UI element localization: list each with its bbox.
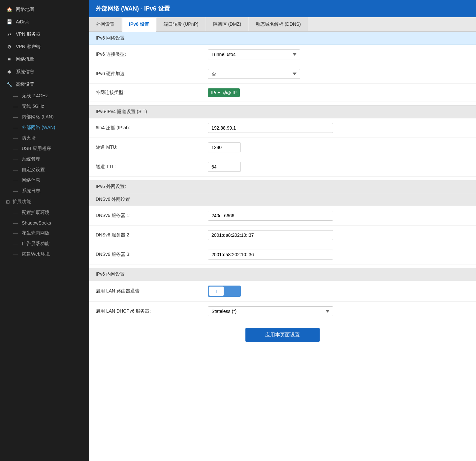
content-area: IPv6 网络设置 IPv6 连接类型: Tunnel 6to4 Native … [89,32,476,461]
ttl-label: 隧道 TTL: [96,164,208,170]
sidebar-sub-net-info[interactable]: — 网络信息 [0,175,89,186]
sidebar-sub-sys-log[interactable]: — 系统日志 [0,186,89,196]
sidebar-sub-ad-block[interactable]: — 广告屏蔽功能 [0,238,89,249]
sidebar-sub-sys-manage[interactable]: — 系统管理 [0,154,89,165]
sidebar-item-network-map[interactable]: 🏠 网络地图 [0,3,89,16]
page-title: 外部网络 (WAN) - IPv6 设置 [96,5,170,12]
traffic-icon: ≡ [6,57,13,62]
form-row-hw-accel: IPv6 硬件加速 否 是 [89,64,476,84]
dhcpv6-label: 启用 LAN DHCPv6 服务器: [96,308,208,314]
connection-type-select[interactable]: Tunnel 6to4 Native PPPoE 6in4 [208,49,300,59]
wan-type-label: 外网连接类型: [96,90,208,96]
mtu-input[interactable] [208,142,241,152]
dns2-control [208,230,469,240]
tab-ddns[interactable]: 动态域名解析 (DDNS) [249,17,308,31]
tab-port-forward[interactable]: 端口转发 (UPnP) [157,17,206,31]
section-tunnel-header: IPv6-IPv4 隧道设置 (SIT) [89,105,476,118]
toggle-thumb: | [209,287,224,296]
sidebar: 🏠 网络地图 💾 AiDisk ⇄ VPN 服务器 ⚙ VPN 客户端 ≡ 网络… [0,0,89,461]
router-ad-control: | [208,286,469,297]
sidebar-sub-flower-shell[interactable]: — 花生壳内网版 [0,228,89,238]
form-row-dns2: DNSv6 服务器 2: [89,226,476,245]
section-dns-header: DNSv6 外网设置 [89,193,476,206]
home-icon: 🏠 [6,7,13,12]
section-wan-ipv6-header: IPv6 外网设置: [89,180,476,193]
connection-type-label: IPv6 连接类型: [96,51,208,57]
grid-icon: ⊞ [6,199,10,204]
sidebar-item-network-traffic[interactable]: ≡ 网络流量 [0,53,89,66]
sidebar-sub-wan[interactable]: — 外部网络 (WAN) [0,122,89,133]
tab-wan-settings[interactable]: 外网设置 [89,17,121,31]
dhcpv6-select[interactable]: Stateless (*) Stateful Disable [208,306,333,316]
expand-section-label: ⊞ 扩展功能 [0,196,89,207]
sidebar-sub-lan[interactable]: — 内部网络 (LAN) [0,112,89,122]
ttl-input[interactable] [208,162,241,172]
sidebar-sub-usb-app[interactable]: — USB 应用程序 [0,143,89,154]
sidebar-item-vpn-client[interactable]: ⚙ VPN 客户端 [0,41,89,53]
dns3-label: DNSv6 服务器 3: [96,252,208,258]
main-content: 外部网络 (WAN) - IPv6 设置 外网设置 IPv6 设置 端口转发 (… [89,0,476,461]
wrench-icon: 🔧 [6,82,13,87]
router-ad-toggle[interactable]: | [208,286,241,297]
system-info-icon: ✱ [6,69,13,75]
broadcast-input[interactable] [208,123,333,133]
form-row-broadcast: 6to4 泛播 (IPv4): [89,118,476,138]
broadcast-label: 6to4 泛播 (IPv4): [96,125,208,131]
form-row-mtu: 隧道 MTU: [89,138,476,157]
dhcpv6-control: Stateless (*) Stateful Disable [208,306,469,316]
tab-bar: 外网设置 IPv6 设置 端口转发 (UPnP) 隔离区 (DMZ) 动态域名解… [89,17,476,32]
sidebar-item-aidisk[interactable]: 💾 AiDisk [0,16,89,28]
section-lan-ipv6-header: IPv6 内网设置 [89,268,476,281]
broadcast-control [208,123,469,133]
vpn-client-icon: ⚙ [6,44,13,49]
hw-accel-control: 否 是 [208,69,469,79]
dns1-label: DNSv6 服务器 1: [96,213,208,219]
form-row-ttl: 隧道 TTL: [89,157,476,177]
sidebar-sub-firewall[interactable]: — 防火墙 [0,133,89,143]
dns1-input[interactable] [208,211,333,221]
tab-ipv6-settings[interactable]: IPv6 设置 [122,17,156,32]
sidebar-sub-wireless5[interactable]: — 无线 5GHz [0,101,89,112]
sidebar-item-system-info[interactable]: ✱ 系统信息 [0,66,89,78]
watermark: 知乎 @babydragon [433,448,469,454]
dns2-label: DNSv6 服务器 2: [96,232,208,238]
sidebar-sub-ext-env[interactable]: — 配置扩展环境 [0,207,89,218]
apply-button[interactable]: 应用本页面设置 [245,328,320,342]
ttl-control [208,162,469,172]
hw-accel-select[interactable]: 否 是 [208,69,300,79]
form-row-dns1: DNSv6 服务器 1: [89,206,476,226]
apply-row: 应用本页面设置 [89,321,476,349]
form-row-dns3: DNSv6 服务器 3: [89,245,476,264]
disk-icon: 💾 [6,19,13,24]
form-row-connection-type: IPv6 连接类型: Tunnel 6to4 Native PPPoE 6in4 [89,45,476,64]
form-row-wan-type: 外网连接类型: IPoE: 动态 IP [89,84,476,102]
dns1-control [208,211,469,221]
sidebar-item-vpn-server[interactable]: ⇄ VPN 服务器 [0,28,89,41]
vpn-server-icon: ⇄ [6,31,13,37]
sidebar-item-advanced[interactable]: 🔧 高级设置 [0,78,89,91]
mtu-control [208,142,469,152]
form-row-router-ad: 启用 LAN 路由器通告 | [89,281,476,302]
sidebar-sub-custom[interactable]: — 自定义设置 [0,165,89,175]
dns2-input[interactable] [208,230,333,240]
router-ad-label: 启用 LAN 路由器通告 [96,288,208,294]
wan-type-badge-container: IPoE: 动态 IP [208,88,469,97]
tab-dmz[interactable]: 隔离区 (DMZ) [206,17,248,31]
dns3-input[interactable] [208,250,333,260]
mtu-label: 隧道 MTU: [96,144,208,150]
sidebar-sub-web-env[interactable]: — 搭建Web环境 [0,249,89,260]
sidebar-sub-shadowsocks[interactable]: — ShadowSocks [0,218,89,228]
section-ipv6-network-header: IPv6 网络设置 [89,32,476,45]
connection-type-control: Tunnel 6to4 Native PPPoE 6in4 [208,49,469,59]
hw-accel-label: IPv6 硬件加速 [96,71,208,77]
sidebar-sub-wireless24[interactable]: — 无线 2.4GHz [0,91,89,101]
form-row-dhcpv6: 启用 LAN DHCPv6 服务器: Stateless (*) Statefu… [89,302,476,321]
page-header: 外部网络 (WAN) - IPv6 设置 [89,0,476,17]
wan-type-badge: IPoE: 动态 IP [208,88,240,97]
dns3-control [208,250,469,260]
